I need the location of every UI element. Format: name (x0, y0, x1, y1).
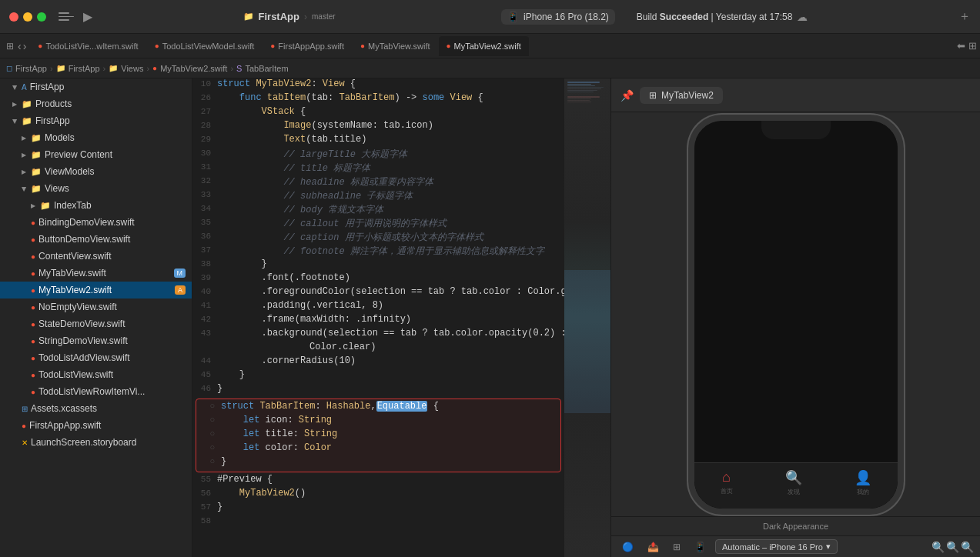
sidebar-item-todolistviewrowitemvi[interactable]: ● TodoListViewRowItemVi... (0, 383, 192, 400)
preview-grid-btn[interactable]: ⊞ (668, 540, 685, 554)
breadcrumb-firstapp[interactable]: FirstApp (69, 64, 100, 73)
sidebar-label: NoEmptyView.swift (38, 302, 117, 312)
sidebar-item-mytabview[interactable]: ● MyTabView.swift M (0, 265, 192, 282)
traffic-lights (9, 12, 46, 22)
sidebar-label: ContentView.swift (38, 251, 112, 262)
add-tab-button[interactable]: ＋ (958, 8, 971, 25)
device-dropdown[interactable]: Automatic – iPhone 16 Pro ▾ (715, 539, 838, 554)
close-button[interactable] (9, 12, 18, 22)
breadcrumb-views[interactable]: Views (121, 64, 143, 73)
sidebar-item-views[interactable]: ▶ 📁 Views (0, 180, 192, 197)
zoom-fit-btn[interactable]: 🔍 (946, 541, 959, 553)
preview-pane: 📌 ⊞ MyTabView2 (610, 78, 980, 557)
swift-icon: ● (31, 252, 35, 261)
code-line: 37 // footnote 脚注字体，通常用于显示辅助信息或解释性文字 (192, 245, 564, 258)
grid-toggle[interactable]: ⊞ (6, 41, 14, 52)
cloud-icon: ☁ (797, 11, 808, 23)
sidebar-label: TodoListViewRowItemVi... (38, 386, 145, 397)
sidebar-item-firstapp[interactable]: ▶ 📁 FirstApp (0, 112, 192, 129)
profile-tab-label: 我的 (857, 488, 869, 496)
tab-label: MyTabView.swift (368, 42, 430, 51)
swift-icon: ● (31, 269, 35, 278)
tab-label: TodoListViewModel.swift (162, 42, 255, 51)
swift-icon: ● (38, 42, 42, 50)
branch-name: master (312, 12, 336, 21)
tab-firstappapp[interactable]: ● FirstAppApp.swift (263, 36, 352, 56)
code-line: ○struct TabBarItem: Hashable,Equatable { (196, 401, 560, 415)
zoom-out-btn[interactable]: 🔍 (932, 541, 945, 553)
code-line: ○ let title: String (196, 429, 560, 442)
breadcrumb-symbol[interactable]: TabBarItem (245, 64, 288, 73)
iphone-mockup: ⌂ 首页 🔍 发现 👤 我的 (688, 115, 904, 515)
triangle-icon: ▶ (22, 168, 26, 175)
sidebar-item-todolistview[interactable]: ● TodoListView.swift (0, 366, 192, 383)
triangle-icon: ▶ (12, 101, 17, 108)
breadcrumb-file[interactable]: MyTabView2.swift (160, 64, 227, 73)
sidebar-item-preview-content[interactable]: ▶ 📁 Preview Content (0, 146, 192, 163)
minimize-button[interactable] (23, 12, 32, 22)
maximize-button[interactable] (37, 12, 46, 22)
triangle-icon: ▶ (12, 85, 18, 89)
split-left[interactable]: ⬅ (957, 40, 965, 52)
sidebar-item-contentview[interactable]: ● ContentView.swift (0, 248, 192, 265)
tab-todolistviewmodel[interactable]: ● TodoListViewModel.swift (147, 36, 263, 56)
preview-share-btn[interactable]: 📱 (690, 540, 711, 554)
sidebar-item-mytabview2[interactable]: ● MyTabView2.swift A (0, 282, 192, 299)
device-selector[interactable]: 📱 iPhone 16 Pro (18.2) (501, 9, 615, 25)
component-icon: ⊞ (649, 90, 657, 101)
code-line: 10struct MyTabView2: View { (192, 78, 564, 92)
code-editor[interactable]: 10struct MyTabView2: View { 26 func tabI… (192, 78, 564, 557)
swift-icon: ● (22, 422, 26, 430)
sidebar-item-assets[interactable]: ⊞ Assets.xcassets (0, 400, 192, 417)
sidebar-item-todolistaddview[interactable]: ● TodoListAddView.swift (0, 349, 192, 366)
breadcrumb-symbol-icon: S (236, 64, 242, 73)
breadcrumb-file-icon: ● (152, 64, 157, 72)
tab-mytabview2[interactable]: ● MyTabView2.swift (439, 36, 529, 56)
triangle-icon: ▶ (21, 186, 28, 191)
sidebar-item-root[interactable]: ▶ A FirstApp (0, 78, 192, 95)
sidebar-item-products[interactable]: ▶ 📁 Products (0, 95, 192, 112)
sidebar-item-buttondemoview[interactable]: ● ButtonDemoView.swift (0, 231, 192, 248)
run-button[interactable]: ▶ (83, 9, 92, 24)
swift-icon: ● (360, 42, 365, 50)
nav-back[interactable]: ‹ (18, 40, 22, 52)
code-line: 35 // callout 用于调用说明的字体样式 (192, 217, 564, 231)
added-badge: A (175, 285, 186, 295)
sidebar-label: FirstAppApp.swift (29, 420, 101, 431)
folder-icon: 📁 (40, 201, 51, 211)
swift-icon: ● (447, 42, 451, 50)
sidebar-item-viewmodels[interactable]: ▶ 📁 ViewModels (0, 163, 192, 180)
sidebar-item-firstappapp[interactable]: ● FirstAppApp.swift (0, 417, 192, 434)
tab-mytabview[interactable]: ● MyTabView.swift (353, 36, 438, 56)
swift-icon: ● (270, 42, 275, 50)
sidebar-label-models: Models (45, 132, 75, 143)
preview-refresh-btn[interactable]: 🔵 (617, 540, 638, 554)
preview-live-btn[interactable]: 📤 (643, 540, 664, 554)
sidebar-label: TodoListView.swift (38, 369, 113, 380)
sidebar-item-models[interactable]: ▶ 📁 Models (0, 129, 192, 146)
breadcrumb-firstapp-root[interactable]: FirstApp (15, 64, 47, 73)
sidebar-item-statedemoview[interactable]: ● StateDemoView.swift (0, 315, 192, 332)
code-line: 40 .foregroundColor(selection == tab ? t… (192, 286, 564, 300)
code-line: 44 .cornerRadius(10) (192, 355, 564, 369)
profile-tab-icon: 👤 (855, 469, 871, 486)
sidebar-item-bindingdemoview[interactable]: ● BindingDemoView.swift (0, 214, 192, 231)
breadcrumb-project-icon: ◻ (6, 64, 12, 72)
preview-component-button[interactable]: ⊞ MyTabView2 (640, 87, 723, 104)
sidebar-item-launchscreen[interactable]: ✕ LaunchScreen.storyboard (0, 434, 192, 451)
sidebar-toggle[interactable] (59, 11, 74, 23)
code-line: ○ let color: Color (196, 442, 560, 456)
nav-forward[interactable]: › (23, 40, 27, 52)
sidebar-item-stringdemoview[interactable]: ● StringDemoView.swift (0, 332, 192, 349)
breadcrumb: ◻ FirstApp › 📁 FirstApp › 📁 Views › ● My… (0, 58, 980, 78)
sidebar-item-noemptyview[interactable]: ● NoEmptyView.swift (0, 299, 192, 315)
zoom-in-btn[interactable]: 🔍 (961, 541, 974, 553)
tab-todolistviewitem[interactable]: ● TodoListVie...wItem.swift (30, 36, 145, 56)
folder-icon: 📁 (22, 116, 32, 126)
swift-icon: ● (31, 371, 35, 379)
sidebar-item-indextab[interactable]: ▶ 📁 IndexTab (0, 197, 192, 214)
code-line: 31 // title 标题字体 (192, 162, 564, 175)
sidebar-label-indextab: IndexTab (54, 200, 92, 211)
chevron-down-icon: ▾ (826, 542, 831, 552)
split-right[interactable]: ⊞ (968, 40, 977, 52)
